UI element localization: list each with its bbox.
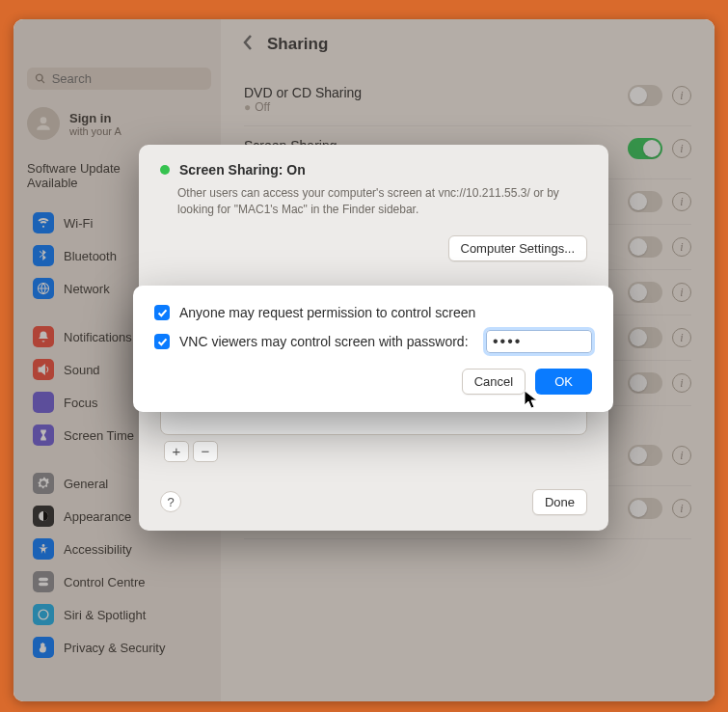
avatar (27, 107, 60, 140)
computer-settings-dialog: Anyone may request permission to control… (133, 286, 613, 412)
service-toggle[interactable] (628, 138, 662, 159)
sidebar-item-label: Wi-Fi (64, 216, 93, 231)
service-toggle[interactable] (628, 236, 662, 258)
sheet-description: Other users can access your computer's s… (177, 185, 587, 218)
checkbox-vnc-password-label: VNC viewers may control screen with pass… (179, 334, 469, 349)
hour-icon (33, 424, 54, 446)
sidebar-item-label: Network (64, 282, 110, 296)
checkbox-vnc-password[interactable] (154, 334, 170, 349)
cancel-button[interactable]: Cancel (462, 369, 526, 395)
sidebar-item-label: Screen Time (64, 428, 134, 443)
bell-icon (33, 326, 54, 347)
back-button[interactable] (240, 33, 256, 56)
appear-icon (33, 506, 54, 527)
acc-icon (33, 538, 54, 560)
page-title: Sharing (267, 35, 328, 54)
ok-button[interactable]: OK (535, 369, 592, 395)
search-field[interactable] (27, 68, 211, 90)
svg-point-2 (42, 544, 45, 547)
bt-icon (33, 245, 54, 266)
svg-rect-4 (39, 583, 48, 587)
info-icon[interactable]: i (672, 192, 691, 211)
sign-in-title: Sign in (69, 111, 121, 125)
checkbox-anyone-request[interactable] (154, 305, 170, 320)
service-toggle[interactable] (628, 372, 662, 394)
sidebar-item-label: General (64, 477, 108, 491)
moon-icon (33, 392, 54, 413)
sidebar-item-label: Notifications (64, 330, 132, 344)
sidebar-item-privacy-security[interactable]: Privacy & Security (27, 632, 211, 663)
search-input[interactable] (52, 71, 203, 86)
service-toggle[interactable] (628, 327, 662, 348)
sign-in-subtitle: with your A (69, 125, 121, 137)
done-button[interactable]: Done (532, 489, 587, 515)
info-icon[interactable]: i (672, 283, 691, 302)
info-icon[interactable]: i (672, 237, 691, 257)
service-status: ●Off (244, 100, 618, 114)
service-toggle[interactable] (628, 445, 662, 466)
account-row[interactable]: Sign in with your A (27, 107, 211, 140)
sidebar-item-label: Appearance (64, 509, 131, 524)
sidebar-item-label: Privacy & Security (64, 641, 165, 655)
svg-point-5 (39, 610, 48, 619)
info-icon[interactable]: i (672, 446, 691, 465)
sidebar-item-label: Focus (64, 396, 97, 410)
gear-icon (33, 473, 54, 494)
sidebar-item-accessibility[interactable]: Accessibility (27, 534, 211, 564)
sidebar-item-label: Accessibility (64, 542, 132, 557)
sidebar-item-label: Control Centre (64, 575, 146, 589)
help-button[interactable]: ? (160, 491, 181, 512)
checkbox-anyone-request-label: Anyone may request permission to control… (179, 305, 475, 320)
vnc-password-field[interactable]: •••• (486, 330, 592, 353)
sidebar-item-siri-spotlight[interactable]: Siri & Spotlight (27, 599, 211, 630)
service-title: DVD or CD Sharing (244, 85, 618, 100)
status-dot-icon (160, 165, 170, 175)
service-toggle[interactable] (628, 282, 662, 303)
info-icon[interactable]: i (672, 499, 691, 518)
sheet-title: Screen Sharing: On (179, 162, 306, 178)
net-icon (33, 278, 54, 299)
svg-rect-3 (39, 578, 48, 582)
add-user-button[interactable]: + (164, 441, 189, 462)
service-toggle[interactable] (628, 191, 662, 212)
sidebar-item-control-centre[interactable]: Control Centre (27, 566, 211, 597)
siri-icon (33, 604, 54, 625)
info-icon[interactable]: i (672, 86, 691, 105)
search-icon (35, 72, 46, 85)
remove-user-button[interactable]: − (193, 441, 218, 462)
computer-settings-button[interactable]: Computer Settings... (448, 235, 588, 261)
sound-icon (33, 359, 54, 380)
sidebar-item-label: Siri & Spotlight (64, 608, 146, 622)
sidebar-item-label: Sound (64, 363, 100, 377)
service-row: DVD or CD Sharing●Offi (244, 73, 691, 126)
hand-icon (33, 637, 54, 658)
sidebar-item-label: Bluetooth (64, 249, 117, 263)
service-toggle[interactable] (628, 85, 662, 106)
info-icon[interactable]: i (672, 328, 691, 347)
service-toggle[interactable] (628, 498, 662, 519)
info-icon[interactable]: i (672, 139, 691, 158)
cc-icon (33, 571, 54, 592)
wifi-icon (33, 212, 54, 233)
info-icon[interactable]: i (672, 373, 691, 393)
